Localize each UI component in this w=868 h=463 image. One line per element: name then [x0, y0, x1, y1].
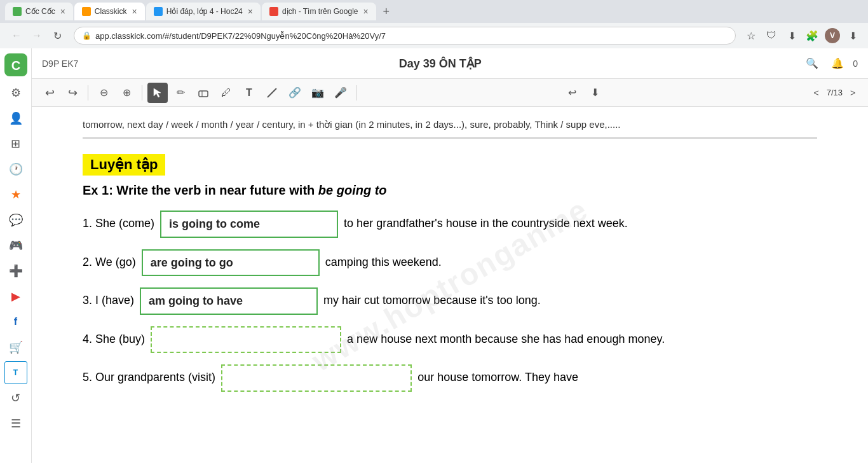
ex5-after: our house tomorrow. They have [417, 371, 578, 384]
ex2-before: We (go) [95, 256, 136, 268]
ex5-before: Our grandparents (visit) [95, 371, 215, 384]
page-title: Day 39 ÔN TẬP [399, 57, 482, 71]
ex2-num: 2. [83, 256, 92, 268]
ex4-after: a new house next month because she has h… [347, 333, 665, 345]
content-inner: tomorrow, next day / week / month / year… [32, 107, 868, 429]
tab-coccoc-close[interactable]: × [60, 6, 65, 17]
left-sidebar: C ⚙ 👤 ⊞ 🕐 ★ 💬 🎮 ➕ ▶ f 🛒 T ↺ ☰ [0, 48, 32, 463]
notification-bell-icon[interactable]: 🔔 [827, 53, 848, 74]
hoi24-favicon [154, 7, 163, 16]
extensions-icon[interactable]: 🧩 [804, 28, 820, 43]
main-area: D9P EK7 Day 39 ÔN TẬP 🔍 🔔 0 ↩ ↪ ⊖ ⊕ ✏ [32, 48, 868, 463]
ex1-title: Ex 1: Write the verb in near future with… [83, 183, 817, 198]
address-bar[interactable]: 🔒 app.classkick.com/#/student/D9PEK7/22%… [74, 27, 736, 45]
tab-hoi24-close[interactable]: × [248, 6, 253, 17]
preview-text: tomorrow, next day / week / month / year… [83, 107, 817, 139]
sidebar-item-shopee[interactable]: 🛒 [4, 336, 27, 359]
sidebar-item-add[interactable]: ➕ [4, 259, 27, 282]
ex4-answer-box[interactable] [151, 326, 341, 354]
exercise-5: 5. Our grandparents (visit) our house to… [83, 364, 817, 392]
address-text: app.classkick.com/#/student/D9PEK7/22%09… [95, 31, 386, 41]
browser-chrome: Cốc Cốc × Classkick × Hỏi đáp, lớp 4 - H… [0, 0, 868, 48]
ex1-answer-box[interactable]: is going to come [160, 211, 338, 238]
tab-google[interactable]: dịch - Tìm trên Google × [262, 3, 376, 20]
ex1-num: 1. [83, 217, 92, 230]
page-nav: < 7/13 > [809, 85, 860, 100]
sidebar-item-star[interactable]: ★ [4, 183, 27, 206]
zoom-in-button[interactable]: ⊕ [116, 83, 137, 103]
zoom-out-button[interactable]: ⊖ [93, 83, 114, 103]
sidebar-item-games[interactable]: 🎮 [4, 234, 27, 257]
ex3-answer-box[interactable]: am going to have [140, 287, 318, 315]
tab-bar: Cốc Cốc × Classkick × Hỏi đáp, lớp 4 - H… [0, 0, 868, 23]
forward-button[interactable]: → [28, 27, 46, 45]
toolbar-right-download[interactable]: ⬇ [585, 83, 606, 103]
ex4-before: She (buy) [95, 333, 145, 345]
sidebar-item-settings[interactable]: ⚙ [4, 81, 27, 104]
google-favicon [269, 7, 278, 16]
undo-button[interactable]: ↩ [39, 83, 60, 103]
link-tool-button[interactable]: 🔗 [285, 83, 305, 103]
tab-coccoc[interactable]: Cốc Cốc × [5, 3, 73, 20]
content-area[interactable]: tomorrow, next day / week / month / year… [32, 107, 868, 463]
sidebar-item-rotate[interactable]: ↺ [4, 387, 27, 410]
pen-tool-button[interactable]: ✏ [170, 83, 191, 103]
nav-bar: ← → ↻ 🔒 app.classkick.com/#/student/D9PE… [0, 23, 868, 48]
ex3-after: my hair cut tomorrow because it's too lo… [323, 294, 541, 307]
camera-tool-button[interactable]: 📷 [308, 83, 328, 103]
select-tool-button[interactable] [147, 83, 168, 103]
tab-google-label: dịch - Tìm trên Google [282, 7, 358, 16]
ex5-answer-box[interactable] [221, 364, 412, 392]
toolbar-right-undo[interactable]: ↩ [562, 83, 583, 103]
page-next-button[interactable]: > [845, 85, 860, 100]
text-tool-button[interactable]: T [239, 83, 259, 103]
new-tab-button[interactable]: + [377, 3, 395, 20]
sidebar-item-history[interactable]: 🕐 [4, 158, 27, 181]
search-icon[interactable]: 🔍 [802, 53, 822, 74]
shield-icon[interactable]: 🛡 [764, 28, 779, 43]
sidebar-item-profile[interactable]: 👤 [4, 107, 27, 130]
app-container: C ⚙ 👤 ⊞ 🕐 ★ 💬 🎮 ➕ ▶ f 🛒 T ↺ ☰ D9P EK7 Da… [0, 48, 868, 463]
ex2-answer-box[interactable]: are going to go [142, 249, 320, 277]
ex5-num: 5. [83, 371, 92, 384]
sidebar-item-tiki[interactable]: T [4, 361, 27, 384]
refresh-button[interactable]: ↻ [48, 27, 66, 45]
ex2-after: camping this weekend. [325, 256, 442, 268]
svg-line-4 [268, 88, 276, 97]
sidebar-item-youtube[interactable]: ▶ [4, 285, 27, 308]
user-avatar[interactable]: V [825, 28, 840, 43]
exercise-3: 3. I (have) am going to have my hair cut… [83, 287, 817, 315]
line-tool-button[interactable] [262, 83, 282, 103]
ex4-num: 4. [83, 333, 92, 345]
bookmark-icon[interactable]: ☆ [743, 28, 759, 43]
sidebar-item-menu[interactable]: ☰ [4, 412, 27, 435]
download-icon[interactable]: ⬇ [784, 28, 799, 43]
tab-classkick[interactable]: Classkick × [74, 3, 145, 20]
toolbar-left: D9P EK7 [42, 59, 78, 69]
tab-coccoc-label: Cốc Cốc [25, 7, 55, 16]
browser-menu-icon[interactable]: ⬇ [845, 28, 860, 43]
tab-classkick-close[interactable]: × [132, 6, 137, 17]
toolbar-class-id: D9P EK7 [42, 59, 78, 69]
mic-tool-button[interactable]: 🎤 [330, 83, 351, 103]
sidebar-item-grid[interactable]: ⊞ [4, 132, 27, 155]
sidebar-item-messages[interactable]: 💬 [4, 209, 27, 232]
svg-rect-2 [199, 91, 208, 97]
sidebar-logo: C [4, 53, 27, 79]
tab-hoi24[interactable]: Hỏi đáp, lớp 4 - Hoc24 × [146, 3, 261, 20]
redo-button[interactable]: ↪ [62, 83, 83, 103]
toolbar-separator-2 [142, 85, 142, 100]
exercise-2: 2. We (go) are going to go camping this … [83, 249, 817, 277]
toolbar-separator-3 [356, 85, 356, 100]
sidebar-item-facebook[interactable]: f [4, 310, 27, 333]
eraser-tool-button[interactable] [193, 83, 214, 103]
exercise-1: 1. She (come) is going to come to her gr… [83, 211, 817, 238]
back-button[interactable]: ← [8, 27, 25, 45]
tab-classkick-label: Classkick [95, 7, 127, 16]
luyentap-label: Luyện tập [83, 154, 165, 176]
tab-hoi24-label: Hỏi đáp, lớp 4 - Hoc24 [166, 7, 243, 16]
page-prev-button[interactable]: < [809, 85, 824, 100]
tab-google-close[interactable]: × [363, 6, 368, 17]
coccoc-favicon [13, 7, 22, 16]
highlight-tool-button[interactable]: 🖊 [216, 83, 236, 103]
